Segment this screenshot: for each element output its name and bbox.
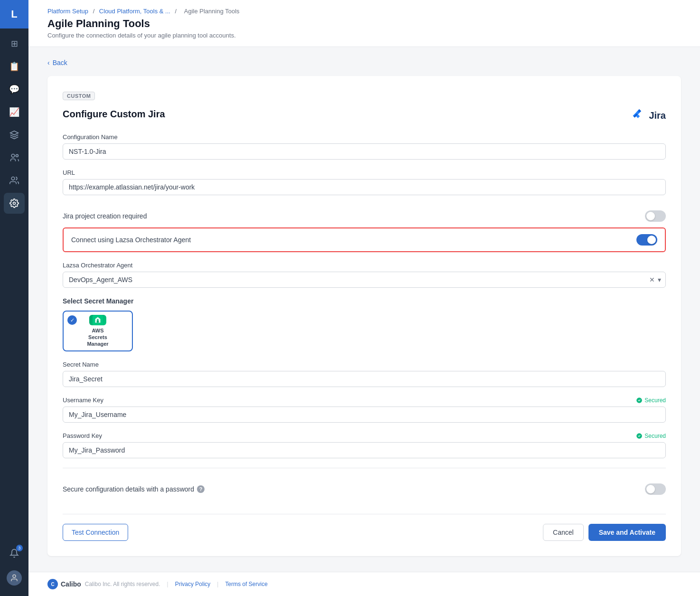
config-name-label: Configuration Name: [63, 133, 666, 141]
jira-project-slider: [645, 210, 666, 222]
sidebar-item-terminal[interactable]: 💬: [4, 79, 25, 100]
aws-secrets-icon: [89, 315, 106, 325]
sidebar-logo: L: [0, 0, 28, 28]
privacy-policy-link[interactable]: Privacy Policy: [175, 581, 211, 587]
username-key-label-row: Username Key Secured: [63, 397, 666, 404]
secret-name-label: Secret Name: [63, 361, 666, 368]
clear-icon[interactable]: ✕: [649, 276, 655, 284]
divider: [63, 468, 666, 468]
connect-agent-toggle[interactable]: [636, 234, 657, 246]
top-header: Platform Setup / Cloud Platform, Tools &…: [28, 0, 700, 47]
jira-logo-text: Jira: [649, 110, 666, 121]
back-arrow-icon: ‹: [47, 59, 50, 66]
select-icons: ✕ ▾: [649, 276, 661, 284]
secret-manager-section-label: Select Secret Manager: [63, 297, 666, 305]
sidebar-item-inventory[interactable]: 📋: [4, 56, 25, 77]
jira-logo: Jira: [633, 109, 666, 122]
connect-agent-slider: [636, 234, 657, 246]
sidebar-item-people[interactable]: [4, 170, 25, 191]
terms-of-service-link[interactable]: Terms of Service: [225, 581, 267, 587]
jira-project-toggle[interactable]: [645, 210, 666, 222]
secure-config-label-group: Secure configuration details with a pass…: [63, 485, 205, 493]
password-secured-check-icon: [636, 433, 643, 439]
connect-agent-label: Connect using Lazsa Orchestrator Agent: [71, 236, 191, 244]
test-connection-button[interactable]: Test Connection: [63, 524, 128, 541]
chevron-down-icon[interactable]: ▾: [658, 276, 661, 284]
secret-name-input[interactable]: [63, 371, 666, 387]
sidebar-item-notifications[interactable]: 3: [4, 543, 25, 564]
secure-config-label: Secure configuration details with a pass…: [63, 485, 194, 493]
save-activate-button[interactable]: Save and Activate: [588, 524, 666, 541]
secret-name-group: Secret Name: [63, 361, 666, 387]
username-key-input[interactable]: [63, 407, 666, 423]
config-name-group: Configuration Name: [63, 133, 666, 160]
secure-config-row: Secure configuration details with a pass…: [63, 478, 666, 501]
sidebar: L ⊞ 📋 💬 📈 3: [0, 0, 28, 596]
selected-checkmark-icon: ✓: [67, 315, 77, 325]
user-avatar: [7, 570, 22, 586]
username-key-group: Username Key Secured: [63, 397, 666, 423]
btn-group: Cancel Save and Activate: [543, 524, 666, 541]
card-header: Configure Custom Jira: [63, 109, 666, 122]
card-title: Configure Custom Jira: [63, 109, 165, 120]
secure-config-toggle[interactable]: [645, 483, 666, 495]
svg-point-4: [13, 575, 16, 577]
back-button[interactable]: ‹ Back: [47, 59, 67, 66]
aws-secrets-manager-card[interactable]: ✓ AWS Secrets Manager: [63, 311, 133, 351]
sidebar-item-group[interactable]: [4, 147, 25, 168]
username-key-label: Username Key: [63, 397, 103, 404]
breadcrumb-cloud-platform[interactable]: Cloud Platform, Tools & ...: [99, 8, 170, 15]
password-secured-badge: Secured: [636, 433, 666, 439]
sidebar-item-avatar[interactable]: [4, 568, 25, 588]
secured-check-icon: [636, 397, 643, 404]
sidebar-item-settings[interactable]: [4, 193, 25, 214]
jira-project-toggle-row: Jira project creation required: [63, 205, 666, 227]
sidebar-item-chart[interactable]: 📈: [4, 102, 25, 123]
svg-point-2: [11, 177, 15, 180]
cancel-button[interactable]: Cancel: [543, 524, 584, 541]
jira-project-label: Jira project creation required: [63, 212, 147, 220]
content-area: ‹ Back CUSTOM Configure Custom Jira: [28, 47, 700, 572]
orchestrator-select-wrapper: DevOps_Agent_AWS ✕ ▾: [63, 272, 666, 288]
sidebar-nav: ⊞ 📋 💬 📈: [4, 28, 25, 543]
help-icon[interactable]: ?: [197, 485, 205, 493]
sidebar-item-deploy[interactable]: [4, 124, 25, 145]
password-key-input[interactable]: [63, 442, 666, 458]
calibo-logo-icon: C: [47, 579, 58, 589]
sidebar-item-dashboard[interactable]: ⊞: [4, 33, 25, 54]
footer-actions: Test Connection Cancel Save and Activate: [63, 514, 666, 541]
svg-point-0: [11, 154, 15, 158]
orchestrator-select[interactable]: DevOps_Agent_AWS: [63, 272, 666, 288]
orchestrator-label: Lazsa Orchestrator Agent: [63, 262, 666, 269]
card-badge-area: CUSTOM: [63, 91, 666, 105]
password-key-label: Password Key: [63, 432, 102, 439]
password-key-group: Password Key Secured: [63, 432, 666, 458]
page-footer: C Calibo Calibo Inc. All rights reserved…: [28, 572, 700, 596]
main-content: Platform Setup / Cloud Platform, Tools &…: [28, 0, 700, 596]
breadcrumb-sep-1: /: [93, 8, 96, 15]
page-subtitle: Configure the connection details of your…: [47, 32, 681, 39]
breadcrumb-current: Agile Planning Tools: [184, 8, 240, 15]
notification-count: 3: [16, 545, 23, 551]
breadcrumb-platform-setup[interactable]: Platform Setup: [47, 8, 88, 15]
secure-config-slider: [645, 483, 666, 495]
username-secured-badge: Secured: [636, 397, 666, 404]
svg-point-3: [13, 202, 16, 205]
page-title: Agile Planning Tools: [47, 18, 681, 30]
jira-icon: [633, 109, 646, 122]
connect-agent-box: Connect using Lazsa Orchestrator Agent: [63, 227, 666, 252]
svg-point-1: [16, 154, 18, 157]
breadcrumb: Platform Setup / Cloud Platform, Tools &…: [47, 8, 681, 15]
svg-point-6: [97, 319, 98, 320]
password-key-label-row: Password Key Secured: [63, 432, 666, 439]
url-label: URL: [63, 169, 666, 176]
url-input[interactable]: [63, 179, 666, 195]
aws-secrets-label: AWS Secrets Manager: [87, 327, 108, 348]
secret-manager-section: Select Secret Manager ✓ AWS Secrets: [63, 297, 666, 351]
sidebar-bottom: 3: [4, 543, 25, 596]
config-card: CUSTOM Configure Custom Jira: [47, 76, 681, 556]
config-name-input[interactable]: [63, 143, 666, 160]
orchestrator-group: Lazsa Orchestrator Agent DevOps_Agent_AW…: [63, 262, 666, 288]
footer-logo: C Calibo: [47, 579, 81, 589]
url-group: URL: [63, 169, 666, 195]
